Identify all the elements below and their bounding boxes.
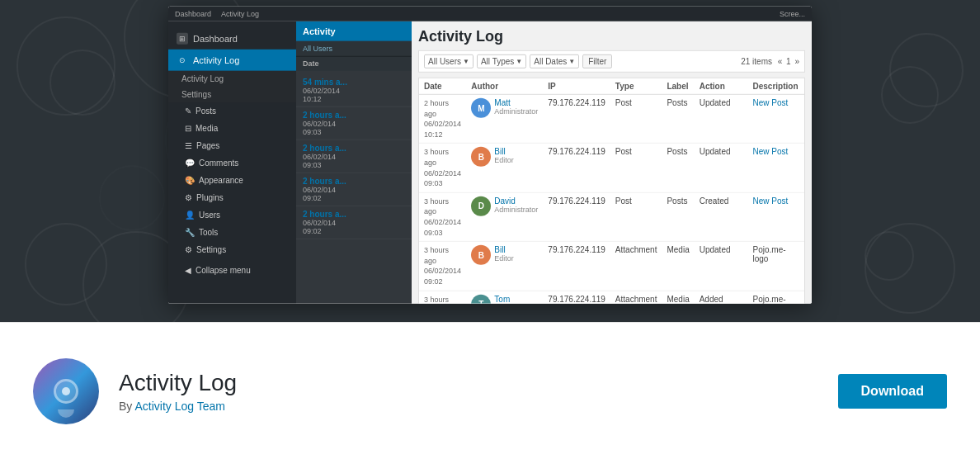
author-name[interactable]: Bill (494, 147, 514, 156)
media-icon: ⊟ (185, 124, 191, 133)
items-count: 21 items « 1 » (741, 57, 799, 66)
cell-label: Posts (662, 94, 694, 143)
settings-icon: ⚙ (185, 245, 192, 254)
cell-date: 3 hours ago06/02/201409:03 (419, 144, 466, 192)
description-text: Pojo.me-logo (753, 294, 786, 304)
cell-label: Media (662, 291, 694, 304)
comments-icon: 💬 (185, 159, 195, 168)
tools-icon: 🔧 (185, 228, 195, 237)
sidebar-item-users[interactable]: 👤 Users (168, 206, 296, 224)
sidebar-tools-label: Tools (199, 228, 218, 237)
chevron-down-icon: ▼ (568, 58, 575, 65)
author-name[interactable]: Matt (494, 98, 538, 107)
by-text: By (119, 400, 132, 413)
cell-type: Post (610, 144, 662, 192)
activity-panel-header: Activity (296, 21, 412, 41)
description-link[interactable]: New Post (753, 147, 789, 156)
table-row: 3 hours ago06/02/201409:02 B Bill Editor… (419, 241, 804, 290)
author-name[interactable]: Bill (494, 245, 514, 254)
cell-description: Pojo.me-logo (748, 241, 804, 290)
appearance-icon: 🎨 (185, 176, 195, 185)
avatar: T (471, 294, 491, 304)
sidebar-item-comments[interactable]: 💬 Comments (168, 154, 296, 172)
sidebar-comments-label: Comments (199, 159, 238, 168)
wp-sidebar: ⊞ Dashboard ⊙ Activity Log Activity Log … (168, 21, 296, 304)
sidebar-item-appearance[interactable]: 🎨 Appearance (168, 172, 296, 189)
activity-icon: ⊙ (177, 54, 188, 66)
author-name[interactable]: David (494, 196, 538, 206)
author-name[interactable]: Tom (494, 294, 530, 303)
cell-action: Created (695, 192, 748, 241)
cell-description: New Post (748, 144, 804, 192)
cell-date: 3 hours ago06/02/201409:02 (419, 241, 466, 290)
sidebar-item-plugins[interactable]: ⚙ Plugins (168, 189, 296, 206)
table-row: 3 hours ago06/02/201409:03 B Bill Editor… (419, 144, 804, 192)
cell-author: M Matt Administrator (466, 94, 543, 143)
avatar: B (471, 147, 491, 167)
cell-author: B Bill Editor (466, 144, 543, 192)
col-date: Date (419, 78, 466, 95)
sidebar-appearance-label: Appearance (199, 176, 243, 185)
cell-author: B Bill Editor (466, 241, 543, 290)
cell-label: Media (662, 241, 694, 290)
download-button[interactable]: Download (838, 374, 947, 409)
author-role: Editor (494, 156, 514, 164)
plugin-icon (33, 358, 99, 424)
sidebar-item-activity-log[interactable]: ⊙ Activity Log (168, 50, 296, 71)
sidebar-item-dashboard[interactable]: ⊞ Dashboard (168, 28, 296, 50)
col-label: Label (662, 78, 694, 95)
all-types-select[interactable]: All Types ▼ (477, 54, 526, 69)
cell-description: New Post (748, 192, 804, 241)
cell-author: D David Administrator (466, 192, 543, 241)
col-ip: IP (543, 78, 610, 95)
author-role: Administrator (494, 206, 538, 214)
description-link[interactable]: New Post (753, 196, 789, 206)
cell-ip: 79.176.224.119 (543, 291, 610, 304)
sidebar-plugins-label: Plugins (196, 193, 224, 202)
plugin-author-line: By Activity Log Team (119, 400, 838, 413)
wordpress-admin-mockup: Dashboard Activity Log Scree... ⊞ Dashbo… (168, 7, 812, 304)
cell-description: New Post (748, 94, 804, 143)
cell-action: Updated (695, 144, 748, 192)
author-role: Administrator (494, 107, 538, 116)
author-role: Subscriber (494, 303, 530, 304)
screenshot-area: Dashboard Activity Log Scree... ⊞ Dashbo… (0, 0, 980, 322)
sidebar-pages-label: Pages (196, 141, 219, 150)
posts-icon: ✎ (185, 106, 191, 116)
chevron-down-icon: ▼ (463, 58, 469, 65)
sidebar-item-settings[interactable]: ⚙ Settings (168, 241, 296, 258)
cell-type: Attachment (610, 291, 662, 304)
sidebar-item-tools[interactable]: 🔧 Tools (168, 224, 296, 241)
dashboard-icon: ⊞ (177, 33, 188, 45)
screen-options: Scree... (780, 10, 805, 18)
author-link[interactable]: Activity Log Team (134, 400, 224, 413)
sidebar-item-media[interactable]: ⊟ Media (168, 120, 296, 137)
description-link[interactable]: New Post (753, 98, 789, 107)
col-author: Author (466, 78, 543, 95)
filters-bar: All Users ▼ All Types ▼ All Dates ▼ Filt… (418, 50, 805, 73)
all-users-filter[interactable]: All Users (303, 45, 332, 53)
cell-date: 3 hours ago06/02/201409:03 (419, 192, 466, 241)
submenu-activity-log[interactable]: Activity Log (168, 71, 296, 87)
all-users-select[interactable]: All Users ▼ (424, 54, 474, 69)
all-dates-select[interactable]: All Dates ▼ (530, 54, 579, 69)
page-title: Activity Log (418, 28, 805, 45)
cell-author: T Tom Subscriber (466, 291, 543, 304)
description-text: Pojo.me-logo (753, 245, 786, 263)
submenu-settings[interactable]: Settings (168, 87, 296, 102)
activity-item-5: 2 hours a... 06/02/01409:02 (296, 206, 412, 239)
cell-ip: 79.176.224.119 (543, 94, 610, 143)
sidebar-item-pages[interactable]: ☰ Pages (168, 137, 296, 154)
avatar: B (471, 245, 491, 265)
activity-table-container: Date Author IP Type Label Action Descrip… (418, 78, 805, 304)
sidebar-collapse-label: Collapse menu (196, 266, 251, 275)
activity-item-2: 2 hours a... 06/02/01409:03 (296, 107, 412, 140)
avatar: M (471, 98, 491, 118)
activity-item-4: 2 hours a... 06/02/01409:02 (296, 173, 412, 206)
cell-action: Added (695, 291, 748, 304)
filter-button[interactable]: Filter (582, 54, 612, 69)
sidebar-item-posts[interactable]: ✎ Posts (168, 102, 296, 120)
collapse-menu-btn[interactable]: ◀ Collapse menu (168, 262, 296, 279)
users-icon: 👤 (185, 211, 195, 220)
cell-date: 3 hours ago06/02/201409:02 (419, 291, 466, 304)
